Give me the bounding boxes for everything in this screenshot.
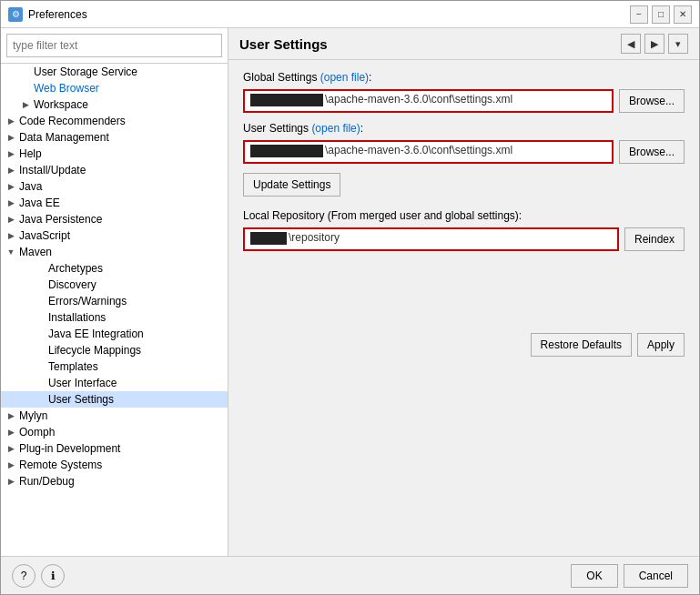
no-expand-icon xyxy=(34,328,46,340)
global-settings-row: \apache-maven-3.6.0\conf\settings.xml Br… xyxy=(243,89,685,113)
global-settings-browse-button[interactable]: Browse... xyxy=(619,89,685,113)
sidebar-item-oomph[interactable]: ▶ Oomph xyxy=(1,424,228,440)
window-icon: ⚙ xyxy=(8,7,23,22)
sidebar-item-install-update[interactable]: ▶ Install/Update xyxy=(1,162,228,178)
sidebar-item-java-persistence[interactable]: ▶ Java Persistence xyxy=(1,211,228,227)
sidebar-item-mylyn[interactable]: ▶ Mylyn xyxy=(1,408,228,424)
sidebar-item-label: User Storage Service xyxy=(34,66,137,78)
local-repository-row: \repository Reindex xyxy=(243,227,685,251)
update-settings-row: Update Settings xyxy=(243,173,685,197)
expand-icon: ▶ xyxy=(5,164,17,176)
help-button[interactable]: ? xyxy=(12,564,36,588)
local-repository-input[interactable]: \repository xyxy=(243,227,619,251)
title-bar: ⚙ Preferences − □ ✕ xyxy=(1,1,699,28)
expand-icon: ▶ xyxy=(5,475,17,488)
sidebar-item-label: Web Browser xyxy=(34,82,99,95)
sidebar-item-label: Help xyxy=(19,147,42,160)
sidebar-item-java-ee[interactable]: ▶ Java EE xyxy=(1,195,228,211)
local-repository-label: Local Repository (From merged user and g… xyxy=(243,209,685,222)
forward-button[interactable]: ▶ xyxy=(644,34,664,54)
sidebar-item-plug-in-development[interactable]: ▶ Plug-in Development xyxy=(1,440,228,457)
sidebar-item-errors-warnings[interactable]: Errors/Warnings xyxy=(1,293,228,309)
cancel-button[interactable]: Cancel xyxy=(624,564,688,588)
back-button[interactable]: ◀ xyxy=(621,34,641,54)
reindex-button[interactable]: Reindex xyxy=(624,227,685,251)
sidebar-item-label: Java xyxy=(19,180,42,193)
sidebar-item-maven[interactable]: ▼ Maven xyxy=(1,244,228,260)
update-settings-button[interactable]: Update Settings xyxy=(243,173,340,197)
sidebar-item-java[interactable]: ▶ Java xyxy=(1,178,228,195)
panel-body: 可一致也可不一致 ➜ ➜ Global Settings (open file)… xyxy=(228,60,699,556)
info-button[interactable]: ℹ xyxy=(41,564,65,588)
sidebar-item-user-settings[interactable]: User Settings xyxy=(1,391,228,408)
global-settings-label: Global Settings (open file): xyxy=(243,71,685,84)
close-button[interactable]: ✕ xyxy=(674,5,692,24)
user-settings-text: User Settings xyxy=(243,122,311,135)
preferences-window: ⚙ Preferences − □ ✕ User Storage Service xyxy=(0,0,700,595)
minimize-button[interactable]: − xyxy=(630,5,648,24)
sidebar-item-code-recommenders[interactable]: ▶ Code Recommenders xyxy=(1,113,228,129)
sidebar-item-lifecycle-mappings[interactable]: Lifecycle Mappings xyxy=(1,342,228,358)
tree-container: User Storage Service Web Browser ▶ Works… xyxy=(1,64,228,556)
footer: ? ℹ OK Cancel xyxy=(1,556,699,594)
sidebar-item-label: Oomph xyxy=(19,426,55,439)
sidebar-item-label: Java EE Integration xyxy=(48,328,144,340)
user-settings-link[interactable]: (open file) xyxy=(311,122,360,135)
expand-icon: ▶ xyxy=(5,409,17,422)
footer-left: ? ℹ xyxy=(12,564,65,588)
sidebar-item-web-browser[interactable]: Web Browser xyxy=(1,80,228,96)
user-settings-path: \apache-maven-3.6.0\conf\settings.xml xyxy=(325,144,512,156)
expand-icon: ▶ xyxy=(5,213,17,226)
sidebar-item-javascript[interactable]: ▶ JavaScript xyxy=(1,227,228,244)
restore-defaults-button[interactable]: Restore Defaults xyxy=(531,333,632,357)
toolbar-dropdown-button[interactable]: ▾ xyxy=(668,34,688,54)
no-expand-icon xyxy=(34,295,46,308)
no-expand-icon xyxy=(34,377,46,389)
sidebar-item-discovery[interactable]: Discovery xyxy=(1,277,228,293)
local-repo-path: \repository xyxy=(289,231,340,244)
global-settings-suffix: : xyxy=(369,71,371,84)
sidebar-item-label: Installations xyxy=(48,311,106,324)
window-controls: − □ ✕ xyxy=(630,5,692,24)
global-settings-path: \apache-maven-3.6.0\conf\settings.xml xyxy=(325,93,512,106)
sidebar-item-workspace[interactable]: ▶ Workspace xyxy=(1,96,228,113)
sidebar-item-label: Code Recommenders xyxy=(19,115,126,127)
apply-button[interactable]: Apply xyxy=(637,333,685,357)
sidebar-item-label: Remote Systems xyxy=(19,459,102,471)
user-settings-suffix: : xyxy=(360,122,363,135)
sidebar-item-label: JavaScript xyxy=(19,229,70,242)
sidebar-item-label: Templates xyxy=(48,360,98,373)
no-expand-icon xyxy=(34,344,46,357)
sidebar-item-user-storage-service[interactable]: User Storage Service xyxy=(1,64,228,80)
user-settings-browse-button[interactable]: Browse... xyxy=(619,140,685,164)
sidebar-item-user-interface[interactable]: User Interface xyxy=(1,375,228,391)
sidebar-item-help[interactable]: ▶ Help xyxy=(1,146,228,162)
sidebar-item-label: Install/Update xyxy=(19,164,86,176)
ok-button[interactable]: OK xyxy=(571,564,617,588)
maximize-button[interactable]: □ xyxy=(652,5,670,24)
sidebar-item-templates[interactable]: Templates xyxy=(1,358,228,375)
sidebar-item-data-management[interactable]: ▶ Data Management xyxy=(1,129,228,146)
panel-header: User Settings ◀ ▶ ▾ xyxy=(228,28,699,60)
sidebar-item-run-debug[interactable]: ▶ Run/Debug xyxy=(1,473,228,489)
panel-title: User Settings xyxy=(239,36,328,52)
sidebar: User Storage Service Web Browser ▶ Works… xyxy=(1,28,228,556)
search-input[interactable] xyxy=(6,34,222,57)
global-settings-link[interactable]: (open file) xyxy=(320,71,369,84)
sidebar-item-installations[interactable]: Installations xyxy=(1,309,228,326)
global-settings-input[interactable]: \apache-maven-3.6.0\conf\settings.xml xyxy=(243,89,614,113)
bottom-buttons-row: Restore Defaults Apply xyxy=(243,260,685,357)
user-settings-input[interactable]: \apache-maven-3.6.0\conf\settings.xml xyxy=(243,140,614,164)
right-panel: User Settings ◀ ▶ ▾ 可一致也可不一致 ➜ ➜ Global … xyxy=(228,28,699,556)
no-expand-icon xyxy=(19,82,32,95)
sidebar-item-label: Plug-in Development xyxy=(19,442,120,455)
sidebar-item-label: Run/Debug xyxy=(19,475,75,488)
footer-right: OK Cancel xyxy=(571,564,688,588)
sidebar-item-remote-systems[interactable]: ▶ Remote Systems xyxy=(1,457,228,473)
sidebar-item-label: Workspace xyxy=(34,98,88,111)
main-content: User Storage Service Web Browser ▶ Works… xyxy=(1,28,699,556)
sidebar-item-java-ee-integration[interactable]: Java EE Integration xyxy=(1,326,228,342)
redacted-block-3 xyxy=(250,232,287,245)
sidebar-item-archetypes[interactable]: Archetypes xyxy=(1,260,228,277)
expand-icon: ▶ xyxy=(5,115,17,127)
